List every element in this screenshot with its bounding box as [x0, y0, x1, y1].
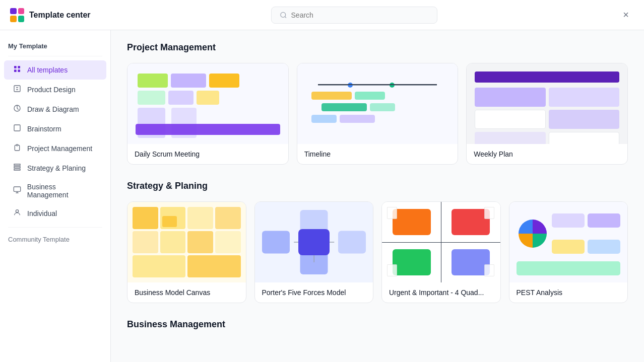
business-icon [12, 186, 22, 196]
draw-icon [12, 104, 22, 114]
sidebar-item-business-management[interactable]: Business Management [4, 178, 106, 203]
sidebar-divider-1 [8, 56, 102, 56]
template-preview-bmc [127, 202, 246, 282]
community-template-label[interactable]: Community Template [0, 232, 110, 245]
template-preview-pest [509, 202, 628, 282]
sidebar-item-individual[interactable]: Individual [4, 204, 106, 223]
sidebar-divider-2 [8, 227, 102, 228]
app-title: Template center [29, 11, 91, 20]
project-management-grid: Daily Scrum Meeting [127, 63, 628, 165]
svg-rect-5 [18, 69, 20, 72]
strategy-icon [12, 163, 22, 173]
header-left: Template center [10, 8, 91, 22]
sidebar-label-draw-diagram: Draw & Diagram [27, 105, 79, 113]
sidebar-label-all-templates: All templates [27, 66, 68, 74]
individual-icon [12, 208, 22, 219]
template-card-pest[interactable]: PEST Analysis [509, 201, 628, 303]
template-card-daily-scrum[interactable]: Daily Scrum Meeting [127, 63, 289, 165]
search-icon [280, 11, 287, 19]
svg-line-1 [285, 16, 286, 18]
sidebar-label-business-management: Business Management [27, 183, 98, 199]
svg-rect-4 [14, 69, 17, 72]
search-bar[interactable] [271, 7, 437, 24]
content-area: Project Management [111, 30, 644, 362]
template-card-4quad[interactable]: Urgent & Important - 4 Quad... [381, 201, 501, 303]
product-design-icon [12, 85, 22, 95]
project-mgmt-icon [12, 143, 22, 154]
sidebar-item-brainstorm[interactable]: Brainstorm [4, 119, 106, 138]
app-logo [10, 8, 24, 22]
template-name-weekly-plan: Weekly Plan [467, 144, 627, 164]
section-title-strategy-planing: Strategy & Planing [127, 181, 628, 191]
svg-rect-9 [14, 187, 20, 191]
template-name-4quad: Urgent & Important - 4 Quad... [382, 282, 500, 303]
sidebar: My Template All templates Product Design… [0, 30, 111, 362]
svg-point-0 [281, 12, 286, 17]
section-business-management: Business Management [127, 319, 628, 330]
sidebar-label-individual: Individual [27, 209, 57, 218]
sidebar-item-product-design[interactable]: Product Design [4, 80, 106, 99]
sidebar-label-brainstorm: Brainstorm [27, 125, 61, 133]
template-preview-timeline [297, 63, 458, 144]
template-preview-4quad [382, 202, 500, 282]
sidebar-item-all-templates[interactable]: All templates [4, 60, 106, 80]
template-preview-porter [255, 202, 373, 282]
section-title-business-management: Business Management [127, 319, 628, 330]
section-project-management: Project Management [127, 42, 628, 165]
svg-rect-2 [14, 66, 17, 68]
sidebar-label-product-design: Product Design [27, 86, 76, 94]
section-title-project-management: Project Management [127, 42, 628, 53]
search-input[interactable] [291, 11, 429, 19]
section-strategy-planing: Strategy & Planing [127, 181, 628, 303]
brainstorm-icon [12, 124, 22, 134]
template-name-pest: PEST Analysis [509, 282, 628, 303]
main-layout: My Template All templates Product Design… [0, 30, 644, 362]
template-name-timeline: Timeline [297, 144, 458, 164]
template-preview-daily-scrum [127, 63, 288, 144]
template-card-timeline[interactable]: Timeline [297, 63, 459, 165]
header: Template center × [0, 0, 644, 30]
sidebar-label-strategy-planing: Strategy & Planing [27, 164, 86, 172]
sidebar-item-strategy-planing[interactable]: Strategy & Planing [4, 159, 106, 178]
svg-point-10 [16, 210, 18, 212]
strategy-planing-grid: Business Model Canvas [127, 201, 628, 303]
grid-icon [12, 65, 22, 75]
close-button[interactable]: × [618, 7, 634, 23]
sidebar-item-project-management[interactable]: Project Management [4, 139, 106, 158]
svg-rect-8 [14, 125, 20, 131]
template-card-weekly-plan[interactable]: Weekly Plan [466, 63, 628, 165]
my-template-label[interactable]: My Template [0, 38, 110, 52]
svg-rect-6 [14, 86, 20, 92]
template-name-porter: Porter's Five Forces Model [255, 282, 373, 303]
template-card-porter[interactable]: Porter's Five Forces Model [254, 201, 374, 303]
svg-rect-3 [18, 66, 20, 68]
template-preview-weekly-plan [467, 63, 627, 144]
template-name-bmc: Business Model Canvas [127, 282, 246, 303]
template-card-bmc[interactable]: Business Model Canvas [127, 201, 246, 303]
sidebar-label-project-management: Project Management [27, 144, 92, 153]
sidebar-item-draw-diagram[interactable]: Draw & Diagram [4, 100, 106, 119]
template-name-daily-scrum: Daily Scrum Meeting [127, 144, 288, 164]
